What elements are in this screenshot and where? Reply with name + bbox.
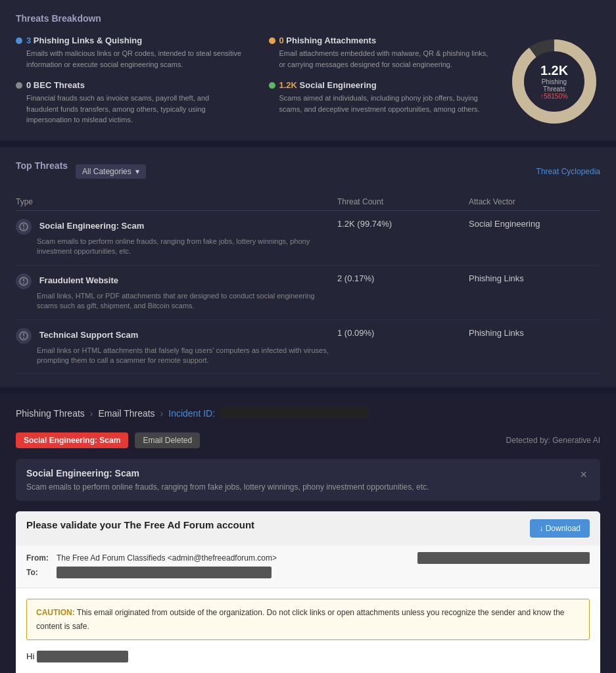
social-engineering-desc: Scams aimed at individuals, including ph… bbox=[269, 93, 496, 114]
threats-breakdown-title: Threats Breakdown bbox=[16, 13, 600, 24]
from-label: From: bbox=[26, 553, 53, 563]
threat-card-title: Social Engineering: Scam bbox=[26, 468, 429, 478]
donut-chart: 1.2K Phishing Threats ↑58150% bbox=[508, 35, 600, 128]
chevron-down-icon: ▾ bbox=[135, 167, 139, 176]
social-engineering-title: 1.2K Social Engineering bbox=[279, 80, 377, 90]
email-header: Please validate your The Free Ad Forum a… bbox=[16, 511, 600, 545]
email-subject: Please validate your The Free Ad Forum a… bbox=[26, 519, 254, 530]
threat-cyclopedia-link[interactable]: Threat Cyclopedia bbox=[536, 167, 600, 176]
donut-center: 1.2K Phishing Threats ↑58150% bbox=[531, 63, 577, 100]
top-threats-section: Top Threats All Categories ▾ Threat Cycl… bbox=[0, 147, 616, 388]
table-row: Technical Support Scam Email links or HT… bbox=[16, 320, 600, 375]
threats-table-header: Type Threat Count Attack Vector bbox=[16, 193, 600, 211]
threat-description-card: Social Engineering: Scam Scam emails to … bbox=[16, 459, 600, 501]
svg-point-7 bbox=[23, 283, 24, 284]
breakdown-grid: 3 Phishing Links & Quishing Emails with … bbox=[16, 35, 495, 126]
bec-item: 0 BEC Threats Financial frauds such as i… bbox=[16, 80, 243, 126]
threats-table: Type Threat Count Attack Vector Social E… bbox=[16, 193, 600, 374]
breadcrumb-sep-2: › bbox=[160, 408, 164, 419]
incident-id: ████████████████ bbox=[220, 407, 369, 419]
social-engineering-item: 1.2K Social Engineering Scams aimed at i… bbox=[269, 80, 496, 126]
all-categories-button[interactable]: All Categories ▾ bbox=[76, 164, 146, 179]
breadcrumb-sep-1: › bbox=[90, 408, 93, 419]
email-meta: From: The Free Ad Forum Classifieds <adm… bbox=[16, 545, 600, 588]
phishing-attachments-dot bbox=[269, 37, 275, 44]
detected-by-label: Detected by: Generative AI bbox=[506, 436, 600, 445]
svg-point-10 bbox=[23, 337, 24, 338]
social-engineering-icon bbox=[16, 219, 32, 235]
from-value: The Free Ad Forum Classifieds <admin@the… bbox=[57, 553, 277, 563]
phishing-attachments-item: 0 Phishing Attachments Email attachments… bbox=[269, 35, 496, 70]
phishing-links-desc: Emails with malicious links or QR codes,… bbox=[16, 48, 243, 70]
breadcrumb-phishing: Phishing Threats bbox=[16, 408, 85, 419]
from-redacted-id: ████████████ bbox=[417, 552, 590, 564]
threats-breakdown-section: Threats Breakdown 3 Phishing Links & Qui… bbox=[0, 0, 616, 142]
donut-change: ↑58150% bbox=[531, 93, 577, 100]
to-value: ██████████████████████ bbox=[57, 567, 272, 578]
caution-label: CAUTION: bbox=[36, 608, 75, 617]
body-paragraph-1: Please validate your registration by cli… bbox=[26, 669, 590, 673]
to-label: To: bbox=[26, 568, 53, 577]
table-row: Social Engineering: Scam Scam emails to … bbox=[16, 211, 600, 266]
phishing-links-title: 3 Phishing Links & Quishing bbox=[26, 35, 142, 45]
download-button[interactable]: ↓ Download bbox=[530, 519, 590, 538]
email-body: CAUTION: This email originated from outs… bbox=[16, 588, 600, 673]
bec-dot bbox=[16, 82, 22, 89]
social-engineering-dot bbox=[269, 82, 275, 89]
incident-section: Phishing Threats › Email Threats › Incid… bbox=[0, 394, 616, 673]
donut-label: Phishing Threats bbox=[531, 78, 577, 93]
fraudulent-website-icon bbox=[16, 273, 32, 289]
phishing-links-dot bbox=[16, 37, 22, 44]
close-button[interactable]: × bbox=[577, 468, 590, 482]
bec-title: 0 BEC Threats bbox=[26, 80, 85, 90]
phishing-attachments-desc: Email attachments embedded with malware,… bbox=[269, 48, 496, 70]
breadcrumb: Phishing Threats › Email Threats › Incid… bbox=[16, 407, 600, 419]
caution-box: CAUTION: This email originated from outs… bbox=[26, 599, 590, 640]
email-status-badge: Email Deleted bbox=[135, 432, 200, 448]
hi-redacted: ███████ bbox=[37, 651, 129, 662]
phishing-attachments-title: 0 Phishing Attachments bbox=[279, 35, 377, 45]
greeting-hi: Hi bbox=[26, 651, 34, 661]
top-threats-header: Top Threats All Categories ▾ Threat Cycl… bbox=[16, 160, 600, 183]
tech-support-scam-icon bbox=[16, 328, 32, 344]
breadcrumb-incident-label: Incident ID: bbox=[168, 408, 215, 419]
donut-value: 1.2K bbox=[531, 63, 577, 78]
email-card: Please validate your The Free Ad Forum a… bbox=[16, 511, 600, 673]
top-threats-title: Top Threats bbox=[16, 160, 68, 171]
caution-text: This email originated from outside of th… bbox=[36, 608, 565, 630]
phishing-links-item: 3 Phishing Links & Quishing Emails with … bbox=[16, 35, 243, 70]
badges-row: Social Engineering: Scam Email Deleted D… bbox=[16, 432, 600, 448]
threat-type-badge: Social Engineering: Scam bbox=[16, 432, 128, 448]
breakdown-content: 3 Phishing Links & Quishing Emails with … bbox=[16, 35, 600, 128]
table-row: Fraudulent Website Email links, HTML or … bbox=[16, 266, 600, 320]
threat-card-text: Scam emails to perform online frauds, ra… bbox=[26, 482, 429, 492]
svg-point-4 bbox=[23, 228, 24, 229]
breadcrumb-email: Email Threats bbox=[98, 408, 154, 419]
bec-desc: Financial frauds such as invoice scams, … bbox=[16, 93, 243, 126]
